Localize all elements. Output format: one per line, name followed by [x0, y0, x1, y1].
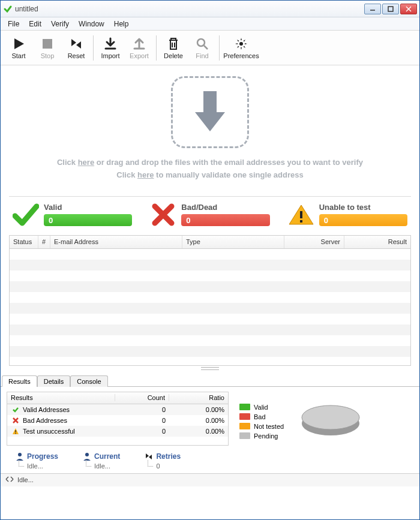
svg-point-7 [239, 42, 243, 46]
check-icon [13, 203, 39, 227]
drop-arrow-icon [171, 76, 249, 148]
status-icon [5, 476, 14, 483]
menu-window[interactable]: Window [74, 19, 109, 29]
table-row [10, 249, 410, 260]
metric-retries: Retries 0 [144, 452, 181, 470]
toolbar-separator [156, 35, 157, 61]
status-text: Idle... [17, 476, 34, 483]
legend-swatch [239, 423, 250, 429]
export-icon [132, 37, 146, 51]
svg-rect-8 [300, 211, 302, 218]
gear-icon [234, 37, 248, 51]
stop-button: Stop [33, 32, 62, 64]
table-row [10, 303, 410, 314]
svg-point-15 [85, 453, 89, 456]
svg-rect-10 [15, 430, 16, 432]
email-table: Status # E-mail Address Type Server Resu… [9, 235, 411, 366]
toolbar: Start Stop Reset Import Export Delete Fi… [1, 31, 419, 65]
svg-line-6 [204, 46, 208, 49]
svg-rect-11 [15, 433, 16, 434]
svg-point-14 [18, 453, 22, 456]
tab-details[interactable]: Details [37, 375, 71, 387]
warn-icon [11, 426, 20, 436]
table-row [10, 292, 410, 303]
results-row: Bad Addresses00.00% [7, 415, 228, 426]
toolbar-separator [93, 35, 94, 61]
title-bar: untitled [1, 1, 419, 17]
metric-progress: Progress Idle... [15, 452, 58, 470]
col-status[interactable]: Status [10, 236, 38, 248]
stat-bad-bar: 0 [181, 214, 269, 226]
stat-valid-bar: 0 [44, 214, 132, 226]
metric-current-value: Idle... [82, 462, 120, 470]
col-type[interactable]: Type [182, 236, 284, 248]
check-icon [11, 405, 20, 414]
x-icon [11, 416, 20, 425]
pcol-results: Results [7, 394, 115, 401]
legend-swatch [239, 432, 250, 439]
import-button[interactable]: Import [96, 32, 125, 64]
table-row [10, 281, 410, 292]
menu-file[interactable]: File [3, 19, 24, 29]
results-row: Test unsuccessful00.00% [7, 426, 228, 437]
stat-unable: Unable to test 0 [288, 203, 407, 227]
legend: ValidBadNot testedPending [239, 392, 284, 446]
menu-bar: File Edit Verify Window Help [1, 17, 419, 31]
pcol-count: Count [115, 394, 169, 401]
drop-zone[interactable]: Click here or drag and drop the files wi… [9, 71, 411, 188]
table-body [10, 249, 410, 357]
close-button[interactable] [400, 4, 417, 14]
stat-valid: Valid 0 [13, 203, 132, 227]
legend-row: Bad [239, 412, 284, 422]
export-button: Export [125, 32, 154, 64]
minimize-button[interactable] [364, 4, 381, 14]
stat-unable-title: Unable to test [319, 203, 407, 212]
find-button: Find [188, 32, 217, 64]
stat-boxes: Valid 0 Bad/Dead 0 Unable to test 0 [9, 203, 411, 227]
col-result[interactable]: Result [344, 236, 410, 248]
click-here-link-files[interactable]: here [78, 158, 94, 167]
table-row [10, 335, 410, 346]
legend-swatch [239, 413, 250, 420]
warning-icon [288, 203, 314, 227]
start-button[interactable]: Start [4, 32, 33, 64]
legend-row: Not tested [239, 422, 284, 431]
pcol-ratio: Ratio [169, 394, 228, 401]
col-email[interactable]: E-mail Address [50, 236, 182, 248]
table-header: Status # E-mail Address Type Server Resu… [10, 236, 410, 249]
reset-icon [69, 37, 83, 51]
stat-bad: Bad/Dead 0 [150, 203, 269, 227]
menu-verify[interactable]: Verify [46, 19, 74, 29]
menu-edit[interactable]: Edit [24, 19, 46, 29]
pie-chart [295, 392, 367, 446]
toolbar-separator [219, 35, 220, 61]
metric-current: Current Idle... [82, 452, 120, 470]
click-here-link-manual[interactable]: here [137, 170, 154, 179]
delete-button[interactable]: Delete [159, 32, 188, 64]
tab-results[interactable]: Results [2, 375, 37, 387]
search-icon [195, 37, 209, 51]
trash-icon [166, 37, 181, 51]
tab-console[interactable]: Console [70, 375, 107, 387]
splitter-handle[interactable] [1, 366, 419, 372]
svg-rect-1 [388, 7, 393, 11]
svg-rect-4 [43, 39, 52, 49]
stat-unable-bar: 0 [319, 214, 407, 226]
legend-row: Pending [239, 431, 284, 441]
svg-rect-9 [300, 220, 302, 223]
preferences-button[interactable]: Preferences [222, 32, 260, 64]
legend-swatch [239, 404, 250, 410]
legend-row: Valid [239, 402, 284, 412]
reset-button[interactable]: Reset [62, 32, 91, 64]
stat-bad-title: Bad/Dead [181, 203, 269, 212]
col-server[interactable]: Server [284, 236, 344, 248]
play-icon [11, 37, 26, 51]
metrics-row: Progress Idle... Current Idle... Retries… [1, 449, 419, 473]
menu-help[interactable]: Help [109, 19, 134, 29]
col-num[interactable]: # [38, 236, 50, 248]
svg-point-5 [197, 39, 205, 46]
maximize-button[interactable] [382, 4, 399, 14]
x-icon [150, 203, 176, 227]
drop-hint: Click here or drag and drop the files wi… [57, 157, 363, 182]
main-area: Click here or drag and drop the files wi… [1, 65, 419, 366]
